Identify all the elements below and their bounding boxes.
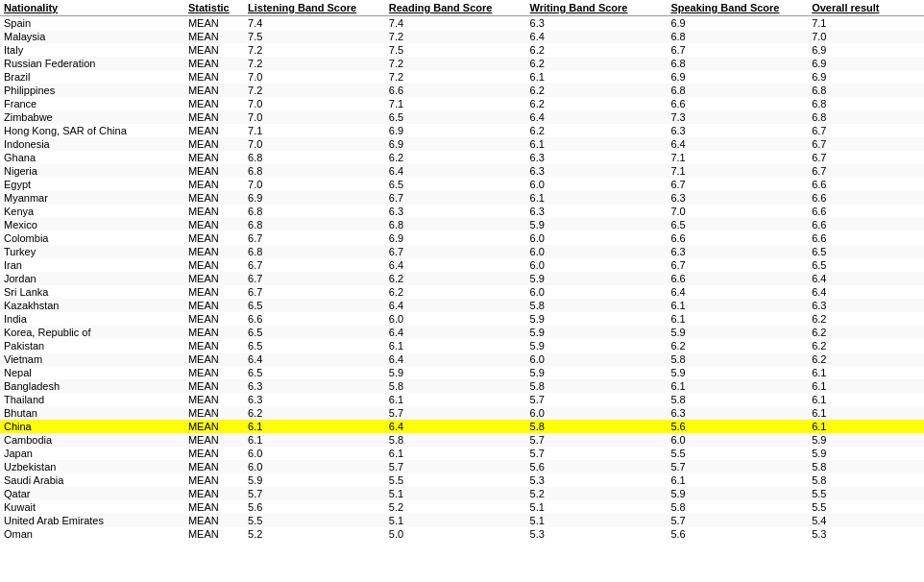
table-cell: 7.2 — [385, 70, 526, 84]
table-cell: 6.7 — [244, 272, 385, 285]
table-cell: 6.7 — [667, 43, 808, 57]
table-cell: 6.1 — [526, 137, 668, 151]
table-cell: MEAN — [184, 393, 244, 406]
table-cell: 7.3 — [667, 110, 808, 124]
table-cell: 6.5 — [808, 258, 924, 272]
table-row: JapanMEAN6.06.15.75.55.9 — [0, 447, 924, 460]
table-row: Korea, Republic ofMEAN6.56.45.95.96.2 — [0, 326, 924, 339]
table-cell: 5.8 — [385, 379, 526, 393]
header-overall: Overall result — [808, 0, 924, 16]
table-cell: 7.0 — [244, 178, 385, 191]
table-cell: 6.2 — [808, 326, 924, 339]
table-row: CambodiaMEAN6.15.85.76.05.9 — [0, 433, 924, 447]
table-cell: 6.0 — [667, 433, 808, 447]
table-cell: 6.8 — [667, 57, 808, 70]
table-cell: Korea, Republic of — [0, 326, 184, 339]
table-row: PhilippinesMEAN7.26.66.26.86.8 — [0, 84, 924, 97]
table-cell: United Arab Emirates — [0, 514, 184, 527]
table-cell: Nigeria — [0, 164, 184, 178]
table-cell: 6.3 — [244, 393, 385, 406]
table-cell: 6.1 — [667, 473, 808, 487]
table-cell: Italy — [0, 43, 184, 57]
table-cell: MEAN — [184, 433, 244, 447]
table-cell: Turkey — [0, 245, 184, 258]
table-cell: MEAN — [184, 285, 244, 299]
table-cell: 6.9 — [385, 137, 526, 151]
table-cell: 6.5 — [385, 178, 526, 191]
table-cell: 5.7 — [244, 487, 385, 500]
table-cell: Saudi Arabia — [0, 473, 184, 487]
table-row: UzbekistanMEAN6.05.75.65.75.8 — [0, 460, 924, 473]
table-cell: 6.6 — [667, 97, 808, 110]
table-cell: 5.5 — [808, 487, 924, 500]
table-cell: MEAN — [184, 164, 244, 178]
table-row: QatarMEAN5.75.15.25.95.5 — [0, 487, 924, 500]
table-cell: Indonesia — [0, 137, 184, 151]
table-row: BangladeshMEAN6.35.85.86.16.1 — [0, 379, 924, 393]
table-cell: MEAN — [184, 500, 244, 514]
table-cell: 6.2 — [385, 151, 526, 164]
table-cell: 5.1 — [385, 487, 526, 500]
table-cell: 5.8 — [667, 500, 808, 514]
table-cell: 6.6 — [808, 218, 924, 231]
table-cell: 6.3 — [526, 16, 668, 31]
table-cell: 5.7 — [526, 393, 668, 406]
table-row: VietnamMEAN6.46.46.05.86.2 — [0, 352, 924, 366]
table-cell: 6.0 — [526, 231, 668, 245]
table-cell: 6.2 — [526, 57, 668, 70]
table-cell: 5.5 — [244, 514, 385, 527]
table-cell: 6.8 — [244, 151, 385, 164]
header-writing: Writing Band Score — [526, 0, 668, 16]
table-cell: 5.8 — [667, 352, 808, 366]
table-cell: 5.2 — [385, 500, 526, 514]
table-cell: Egypt — [0, 178, 184, 191]
table-cell: 5.9 — [244, 473, 385, 487]
header-listening: Listening Band Score — [244, 0, 385, 16]
table-cell: MEAN — [184, 514, 244, 527]
table-cell: 6.7 — [667, 178, 808, 191]
table-row: United Arab EmiratesMEAN5.55.15.15.75.4 — [0, 514, 924, 527]
table-cell: 6.7 — [244, 231, 385, 245]
table-cell: MEAN — [184, 43, 244, 57]
table-row: ThailandMEAN6.36.15.75.86.1 — [0, 393, 924, 406]
table-cell: 7.5 — [385, 43, 526, 57]
table-cell: 6.4 — [385, 352, 526, 366]
table-cell: 6.9 — [385, 231, 526, 245]
table-cell: 6.0 — [385, 312, 526, 326]
table-cell: 7.0 — [244, 137, 385, 151]
table-cell: 6.0 — [526, 258, 668, 272]
table-cell: 7.5 — [244, 30, 385, 43]
table-cell: Spain — [0, 16, 184, 31]
table-cell: 5.9 — [526, 366, 668, 379]
table-cell: MEAN — [184, 447, 244, 460]
table-cell: 6.1 — [385, 447, 526, 460]
table-cell: 6.9 — [808, 43, 924, 57]
table-cell: 6.4 — [244, 352, 385, 366]
table-cell: 6.7 — [808, 151, 924, 164]
table-cell: 5.6 — [244, 500, 385, 514]
header-statistic: Statistic — [184, 0, 244, 16]
table-cell: 5.8 — [808, 473, 924, 487]
table-cell: 5.9 — [385, 366, 526, 379]
header-nationality: Nationality — [0, 0, 184, 16]
table-cell: 5.7 — [385, 460, 526, 473]
table-cell: 6.2 — [667, 339, 808, 352]
table-cell: Iran — [0, 258, 184, 272]
table-cell: MEAN — [184, 312, 244, 326]
table-cell: MEAN — [184, 339, 244, 352]
table-cell: 6.6 — [244, 312, 385, 326]
table-row: KenyaMEAN6.86.36.37.06.6 — [0, 205, 924, 218]
table-row: JordanMEAN6.76.25.96.66.4 — [0, 272, 924, 285]
table-cell: 6.2 — [808, 352, 924, 366]
table-cell: Kazakhstan — [0, 299, 184, 312]
table-cell: MEAN — [184, 473, 244, 487]
table-cell: 5.9 — [667, 487, 808, 500]
table-row: NigeriaMEAN6.86.46.37.16.7 — [0, 164, 924, 178]
table-cell: 6.0 — [526, 406, 668, 420]
table-cell: 6.4 — [385, 326, 526, 339]
table-cell: 6.4 — [385, 164, 526, 178]
table-cell: Kenya — [0, 205, 184, 218]
table-cell: 5.9 — [526, 339, 668, 352]
table-row: IndonesiaMEAN7.06.96.16.46.7 — [0, 137, 924, 151]
table-cell: 6.2 — [385, 272, 526, 285]
